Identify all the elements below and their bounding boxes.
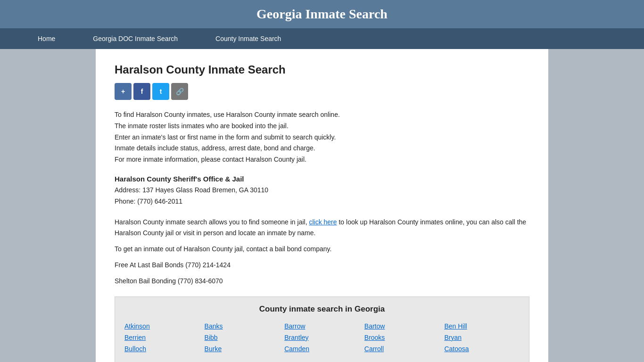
bail-para-intro: To get an inmate out of Haralson County … xyxy=(115,244,529,255)
county-section: County inmate search in Georgia Atkinson… xyxy=(115,296,529,362)
facebook-share-button[interactable]: f xyxy=(133,83,150,100)
desc-line-2: The inmate roster lists inmates who are … xyxy=(115,121,529,132)
desc-line-1: To find Haralson County inmates, use Har… xyxy=(115,109,529,121)
county-link[interactable]: Berrien xyxy=(124,333,200,342)
nav-doc-search[interactable]: Georgia DOC Inmate Search xyxy=(74,28,197,49)
page-heading: Haralson County Inmate Search xyxy=(115,63,529,76)
county-link[interactable]: Brantley xyxy=(284,333,360,342)
description-block: To find Haralson County inmates, use Har… xyxy=(115,109,529,165)
county-link[interactable]: Ben Hill xyxy=(444,321,520,331)
county-link[interactable]: Barrow xyxy=(284,321,360,331)
county-link[interactable]: Banks xyxy=(205,321,280,331)
county-link[interactable]: Bulloch xyxy=(124,344,200,354)
site-header: Georgia Inmate Search xyxy=(0,0,644,28)
county-link[interactable]: Brooks xyxy=(364,333,440,342)
nav-county-search[interactable]: County Inmate Search xyxy=(197,28,300,49)
county-section-title: County inmate search in Georgia xyxy=(124,304,520,314)
desc-line-4: Inmate details include status, address, … xyxy=(115,143,529,154)
share-buttons-row: + f t 🔗 xyxy=(115,83,529,100)
county-link[interactable]: Bibb xyxy=(205,333,280,342)
county-link[interactable]: Carroll xyxy=(364,344,440,354)
desc-line-3: Enter an inmate's last or first name in … xyxy=(115,132,529,143)
sheriff-phone: Phone: (770) 646-2011 xyxy=(115,196,529,207)
sheriff-address: Address: 137 Hayes Glass Road Bremen, GA… xyxy=(115,185,529,196)
main-nav: Home Georgia DOC Inmate Search County In… xyxy=(0,28,644,49)
sheriff-heading: Haralson County Sheriff's Office & Jail xyxy=(115,175,529,183)
click-here-link[interactable]: click here xyxy=(309,218,337,226)
county-link[interactable]: Bartow xyxy=(364,321,440,331)
nav-home[interactable]: Home xyxy=(19,28,74,49)
para1-before: Haralson County inmate search allows you… xyxy=(115,218,307,226)
desc-line-5: For more inmate information, please cont… xyxy=(115,154,529,165)
bail-bonds-1: Free At Last Bail Bonds (770) 214-1424 xyxy=(115,260,529,271)
county-link[interactable]: Atkinson xyxy=(124,321,200,331)
bail-bonds-2: Shelton Bail Bonding (770) 834-6070 xyxy=(115,276,529,287)
twitter-share-button[interactable]: t xyxy=(152,83,169,100)
copy-link-button[interactable]: 🔗 xyxy=(171,83,188,100)
main-content: Haralson County Inmate Search + f t 🔗 To… xyxy=(96,49,548,362)
county-grid: AtkinsonBanksBarrowBartowBen HillBerrien… xyxy=(124,321,520,354)
sheriff-block: Haralson County Sheriff's Office & Jail … xyxy=(115,175,529,207)
county-link[interactable]: Catoosa xyxy=(444,344,520,354)
county-link[interactable]: Burke xyxy=(205,344,280,354)
inmate-search-para: Haralson County inmate search allows you… xyxy=(115,217,529,239)
inner-content: Haralson County Inmate Search + f t 🔗 To… xyxy=(100,49,544,362)
county-link[interactable]: Bryan xyxy=(444,333,520,342)
share-generic-button[interactable]: + xyxy=(115,83,132,100)
county-link[interactable]: Camden xyxy=(284,344,360,354)
site-title: Georgia Inmate Search xyxy=(9,7,635,22)
